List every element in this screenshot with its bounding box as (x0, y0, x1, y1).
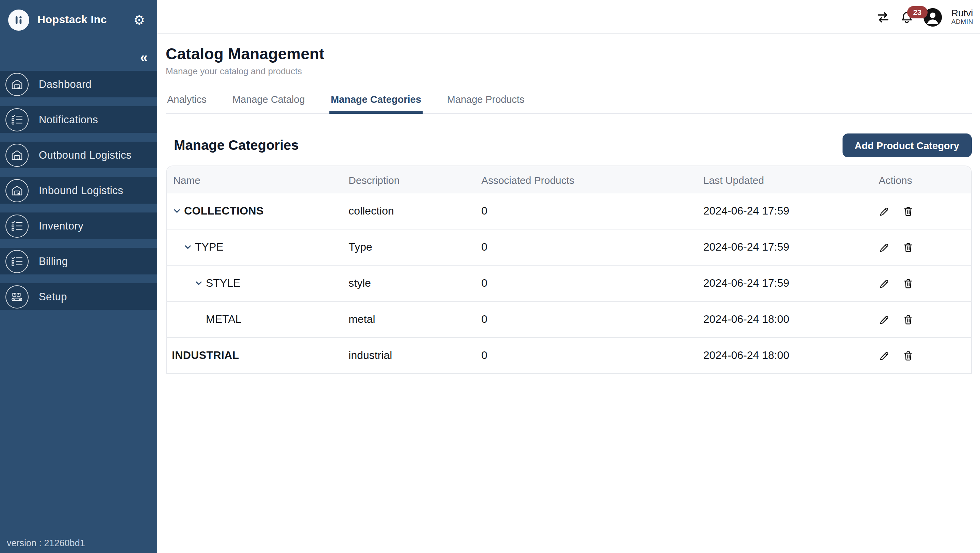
edit-pencil-icon[interactable] (878, 314, 890, 325)
associated-products-count: 0 (474, 241, 696, 253)
tab-analytics[interactable]: Analytics (166, 91, 208, 113)
transfer-arrows-icon[interactable] (876, 10, 890, 24)
edit-pencil-icon[interactable] (878, 206, 890, 217)
tab-manage-categories[interactable]: Manage Categories (329, 91, 423, 113)
sidebar-item-inventory[interactable]: Inventory (0, 212, 157, 239)
page-subtitle: Manage your catalog and products (166, 66, 972, 76)
main-content: Catalog Management Manage your catalog a… (157, 34, 980, 374)
app-version-label: version : 21260bd1 (7, 538, 85, 548)
delete-trash-icon[interactable] (902, 206, 914, 217)
conveyor-icon (5, 285, 29, 308)
user-role: ADMIN (951, 19, 973, 26)
category-name: STYLE (206, 277, 240, 289)
sidebar-item-outbound-logistics[interactable]: Outbound Logistics (0, 142, 157, 168)
sidebar-nav: Dashboard Notifications Outbound Logisti… (0, 71, 157, 319)
sidebar-item-notifications[interactable]: Notifications (0, 106, 157, 133)
edit-pencil-icon[interactable] (878, 241, 890, 253)
sidebar: Hopstack Inc ⚙ « Dashboard Notifications (0, 0, 157, 553)
sidebar-item-label: Notifications (39, 113, 98, 126)
sidebar-item-label: Setup (39, 290, 67, 303)
last-updated: 2024-06-24 18:00 (697, 349, 872, 362)
warehouse-icon (5, 143, 29, 167)
checklist-icon (5, 250, 29, 273)
table-row: TYPE Type 0 2024-06-24 17:59 (166, 229, 971, 266)
sidebar-item-inbound-logistics[interactable]: Inbound Logistics (0, 177, 157, 204)
sidebar-item-dashboard[interactable]: Dashboard (0, 71, 157, 97)
warehouse-icon (5, 179, 29, 202)
checklist-icon (5, 108, 29, 131)
checklist-icon (5, 214, 29, 237)
user-name: Rutvi (951, 8, 973, 19)
categories-table: Name Description Associated Products Las… (166, 166, 972, 374)
chevron-down-icon[interactable] (183, 242, 195, 252)
tab-manage-catalog[interactable]: Manage Catalog (231, 91, 306, 113)
app-window: Hopstack Inc ⚙ « Dashboard Notifications (0, 0, 980, 553)
section-title: Manage Categories (166, 137, 299, 153)
associated-products-count: 0 (474, 313, 696, 325)
notification-count-badge: 23 (907, 6, 928, 18)
table-row: METAL metal 0 2024-06-24 18:00 (166, 302, 971, 338)
category-description: Type (342, 241, 474, 253)
associated-products-count: 0 (474, 277, 696, 289)
notification-bell-icon[interactable]: 23 (900, 10, 914, 24)
last-updated: 2024-06-24 18:00 (697, 313, 872, 325)
user-info: Rutvi ADMIN (951, 8, 973, 26)
category-name: METAL (206, 313, 241, 325)
category-description: industrial (342, 349, 474, 362)
sidebar-item-label: Inventory (39, 220, 83, 232)
settings-gear-icon[interactable]: ⚙ (134, 13, 145, 26)
last-updated: 2024-06-24 17:59 (697, 205, 872, 217)
sidebar-item-setup[interactable]: Setup (0, 283, 157, 310)
chevron-down-icon[interactable] (194, 279, 206, 288)
delete-trash-icon[interactable] (902, 314, 914, 325)
last-updated: 2024-06-24 17:59 (697, 241, 872, 253)
header-actions: 23 Rutvi ADMIN (876, 0, 973, 34)
sidebar-item-label: Inbound Logistics (39, 184, 123, 196)
column-header-description: Description (342, 174, 474, 186)
category-name: TYPE (195, 241, 224, 253)
sidebar-item-label: Outbound Logistics (39, 149, 132, 161)
category-name: INDUSTRIAL (172, 349, 239, 362)
table-row: STYLE style 0 2024-06-24 17:59 (166, 266, 971, 302)
delete-trash-icon[interactable] (902, 277, 914, 289)
section-header: Manage Categories Add Product Category (166, 134, 972, 157)
edit-pencil-icon[interactable] (878, 277, 890, 289)
table-header-row: Name Description Associated Products Las… (166, 166, 971, 193)
column-header-last-updated: Last Updated (697, 174, 872, 186)
hopstack-logo-icon (8, 9, 29, 30)
category-description: style (342, 277, 474, 289)
delete-trash-icon[interactable] (902, 350, 914, 361)
column-header-name: Name (166, 174, 342, 186)
sidebar-item-billing[interactable]: Billing (0, 248, 157, 274)
page-title: Catalog Management (166, 45, 972, 63)
table-row: INDUSTRIAL industrial 0 2024-06-24 18:00 (166, 338, 971, 374)
chevron-down-icon[interactable] (172, 206, 184, 216)
add-product-category-button[interactable]: Add Product Category (842, 134, 972, 157)
column-header-associated-products: Associated Products (474, 174, 696, 186)
last-updated: 2024-06-24 17:59 (697, 277, 872, 289)
sidebar-header: Hopstack Inc ⚙ (0, 0, 157, 40)
associated-products-count: 0 (474, 349, 696, 362)
tab-manage-products[interactable]: Manage Products (446, 91, 526, 113)
category-name: COLLECTIONS (184, 205, 264, 217)
associated-products-count: 0 (474, 205, 696, 217)
sidebar-collapse-icon[interactable]: « (140, 50, 146, 64)
brand-name: Hopstack Inc (37, 14, 134, 26)
edit-pencil-icon[interactable] (878, 350, 890, 361)
table-row: COLLECTIONS collection 0 2024-06-24 17:5… (166, 193, 971, 229)
column-header-actions: Actions (872, 174, 971, 186)
category-description: collection (342, 205, 474, 217)
sidebar-item-label: Dashboard (39, 78, 92, 90)
delete-trash-icon[interactable] (902, 241, 914, 253)
top-header-bar: 23 Rutvi ADMIN (157, 0, 980, 34)
category-description: metal (342, 313, 474, 325)
warehouse-icon (5, 73, 29, 96)
sidebar-item-label: Billing (39, 255, 68, 267)
tab-bar: Analytics Manage Catalog Manage Categori… (166, 91, 972, 114)
